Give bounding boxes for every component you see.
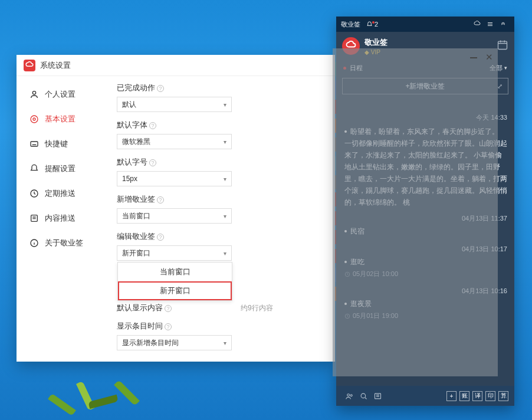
collapse-icon[interactable] bbox=[497, 21, 510, 28]
svg-point-0 bbox=[32, 91, 35, 94]
app-window: 敬业签 2 敬业签 ◆ VIP 日程 全部▾ +新增敬业签 ⤢ 今天 14:33 bbox=[336, 17, 514, 406]
avatar[interactable] bbox=[342, 37, 360, 55]
settings-title: 系统设置 bbox=[40, 60, 71, 71]
reminder-time: 05月01日 19:00 bbox=[344, 311, 507, 320]
chevron-down-icon: ▾ bbox=[224, 340, 226, 346]
label-default-content: 默认显示内容? bbox=[117, 303, 318, 313]
bell-count: 2 bbox=[375, 21, 378, 28]
sidebar-item-remind[interactable]: 提醒设置 bbox=[17, 156, 117, 181]
help-icon[interactable]: ? bbox=[157, 85, 164, 92]
svg-rect-13 bbox=[375, 393, 380, 399]
label-edit-note: 编辑敬业签? bbox=[117, 232, 318, 242]
app-footer: + 账 译 印 算 bbox=[336, 386, 514, 406]
note-body[interactable]: 盼望着，盼望着，东风来了，春天的脚步近了。 一切都像刚睡醒的样子，欣欣然张开了眼… bbox=[344, 126, 507, 208]
sidebar-label: 基本设置 bbox=[45, 114, 75, 124]
option-new-window[interactable]: 新开窗口 bbox=[118, 281, 232, 300]
app-titlebar: 敬业签 2 bbox=[336, 17, 514, 32]
settings-form: 已完成动作? 默认▾ 默认字体? 微软雅黑▾ 默认字号? 15px▾ 新增敬业签… bbox=[117, 76, 335, 362]
select-done-action[interactable]: 默认▾ bbox=[117, 97, 232, 112]
list-icon[interactable] bbox=[370, 392, 385, 401]
sidebar-label: 关于敬业签 bbox=[45, 238, 83, 248]
help-icon[interactable]: ? bbox=[157, 234, 164, 241]
sidebar-item-basic[interactable]: 基本设置 bbox=[17, 107, 117, 132]
footer-box-plus[interactable]: + bbox=[446, 391, 457, 401]
svg-point-12 bbox=[361, 393, 366, 398]
sidebar-item-about[interactable]: 关于敬业签 bbox=[17, 231, 117, 255]
settings-sidebar: 个人设置 基本设置 快捷键 提醒设置 定期推送 内容推送 bbox=[17, 76, 117, 362]
chevron-down-icon: ▾ bbox=[224, 176, 226, 182]
sidebar-label: 提醒设置 bbox=[45, 163, 75, 174]
chevron-down-icon: ▾ bbox=[224, 213, 226, 219]
note-title[interactable]: 逛吃 bbox=[344, 257, 507, 267]
category-label[interactable]: 日程 bbox=[350, 64, 363, 73]
select-edit-note[interactable]: 新开窗口▾ 当前窗口 新开窗口 bbox=[117, 245, 232, 261]
default-content-hint: 约9行内容 bbox=[241, 303, 273, 313]
note-title[interactable]: 逛夜景 bbox=[344, 299, 507, 309]
label-done-action: 已完成动作? bbox=[117, 83, 318, 93]
notes-list: 今天 14:33 盼望着，盼望着，东风来了，春天的脚步近了。 一切都像刚睡醒的样… bbox=[336, 112, 514, 386]
option-current-window[interactable]: 当前窗口 bbox=[118, 262, 232, 281]
timestamp: 04月13日 10:17 bbox=[344, 245, 507, 254]
settings-titlebar: 系统设置 bbox=[17, 55, 335, 76]
select-new-note[interactable]: 当前窗口▾ bbox=[117, 208, 232, 224]
select-show-time[interactable]: 显示新增条目时间▾ bbox=[117, 335, 232, 350]
help-icon[interactable]: ? bbox=[165, 305, 172, 312]
cloud-sync-icon[interactable] bbox=[471, 21, 484, 28]
reminder-time: 05月02日 10:00 bbox=[344, 270, 507, 278]
search-icon[interactable] bbox=[356, 392, 370, 401]
footer-box-account[interactable]: 账 bbox=[459, 391, 469, 401]
help-icon[interactable]: ? bbox=[157, 196, 164, 204]
help-icon[interactable]: ? bbox=[149, 122, 156, 129]
chevron-down-icon: ▾ bbox=[224, 250, 226, 257]
timestamp: 04月13日 10:16 bbox=[344, 287, 507, 296]
bell-icon[interactable]: 2 bbox=[366, 21, 378, 28]
note-title[interactable]: 民宿 bbox=[344, 227, 507, 237]
sidebar-item-periodic[interactable]: 定期推送 bbox=[17, 181, 117, 206]
filter-all[interactable]: 全部▾ bbox=[490, 64, 507, 73]
calendar-icon[interactable] bbox=[497, 39, 508, 53]
timestamp: 今天 14:33 bbox=[344, 113, 507, 122]
dot-icon bbox=[343, 67, 346, 70]
footer-box-print[interactable]: 印 bbox=[485, 391, 495, 401]
vip-badge: ◆ VIP bbox=[364, 49, 387, 55]
settings-window: 系统设置 个人设置 基本设置 快捷键 提醒设置 定期推送 bbox=[17, 55, 335, 362]
chevron-down-icon: ▾ bbox=[224, 101, 226, 108]
add-note-button[interactable]: +新增敬业签 ⤢ bbox=[342, 78, 508, 94]
select-font-size[interactable]: 15px▾ bbox=[117, 171, 232, 186]
user-name: 敬业签 bbox=[364, 37, 387, 48]
label-font: 默认字体? bbox=[117, 120, 318, 130]
expand-icon[interactable]: ⤢ bbox=[497, 83, 503, 90]
svg-point-11 bbox=[350, 394, 352, 396]
sidebar-label: 内容推送 bbox=[45, 213, 75, 224]
label-font-size: 默认字号? bbox=[117, 158, 318, 168]
footer-box-translate[interactable]: 译 bbox=[472, 391, 482, 401]
app-titlebar-name: 敬业签 bbox=[341, 20, 360, 29]
team-icon[interactable] bbox=[342, 392, 356, 401]
svg-point-10 bbox=[347, 393, 349, 396]
svg-point-1 bbox=[33, 118, 35, 120]
help-icon[interactable]: ? bbox=[165, 323, 172, 330]
help-icon[interactable]: ? bbox=[149, 159, 156, 166]
svg-point-2 bbox=[31, 116, 38, 123]
sidebar-item-content[interactable]: 内容推送 bbox=[17, 206, 117, 231]
menu-icon[interactable] bbox=[484, 21, 497, 28]
svg-rect-3 bbox=[31, 142, 38, 146]
svg-rect-7 bbox=[498, 41, 507, 49]
label-show-time: 显示条目时间? bbox=[117, 321, 318, 332]
category-bar: 日程 全部▾ bbox=[336, 60, 514, 76]
sidebar-item-shortcut[interactable]: 快捷键 bbox=[17, 132, 117, 156]
sidebar-item-personal[interactable]: 个人设置 bbox=[17, 82, 117, 107]
label-new-note: 新增敬业签? bbox=[117, 195, 318, 205]
select-font[interactable]: 微软雅黑▾ bbox=[117, 134, 232, 149]
sidebar-label: 快捷键 bbox=[45, 139, 68, 149]
chevron-down-icon: ▾ bbox=[504, 65, 507, 71]
chevron-down-icon: ▾ bbox=[224, 139, 226, 145]
timestamp: 04月13日 11:37 bbox=[344, 214, 507, 223]
dropdown-edit-note: 当前窗口 新开窗口 bbox=[117, 262, 232, 301]
sidebar-label: 定期推送 bbox=[45, 188, 75, 199]
app-header: 敬业签 ◆ VIP bbox=[336, 32, 514, 60]
sidebar-label: 个人设置 bbox=[45, 89, 75, 100]
footer-box-calc[interactable]: 算 bbox=[498, 391, 508, 401]
app-logo-icon bbox=[24, 60, 35, 71]
